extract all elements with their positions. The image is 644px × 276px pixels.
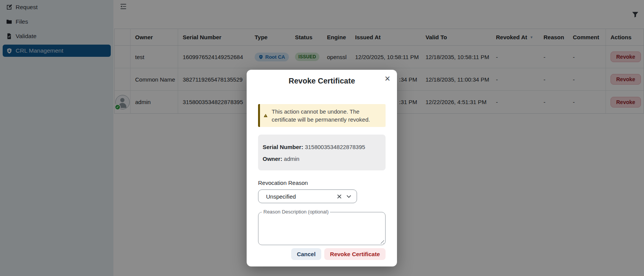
certificate-info-box: Serial Number: 3158003534822878395 Owner…: [258, 135, 386, 170]
revoke-certificate-button[interactable]: Revoke Certificate: [324, 248, 386, 260]
revocation-reason-label: Revocation Reason: [258, 180, 386, 186]
owner-value: admin: [284, 156, 300, 162]
modal-title: Revoke Certificate: [247, 77, 397, 85]
revoke-certificate-modal: ✕ Revoke Certificate This action cannot …: [247, 70, 397, 266]
warning-alert: This action cannot be undone. The certif…: [258, 104, 386, 127]
cancel-button[interactable]: Cancel: [291, 248, 321, 260]
serial-number-label: Serial Number:: [263, 144, 303, 150]
reason-description-field: Reason Description (optional): [258, 212, 386, 245]
reason-description-label: Reason Description (optional): [262, 209, 330, 215]
chevron-down-icon[interactable]: [345, 193, 352, 200]
selected-reason-value: Unspecified: [266, 193, 296, 200]
clear-icon[interactable]: [336, 193, 343, 200]
owner-label: Owner:: [263, 156, 282, 162]
revocation-reason-select[interactable]: Unspecified: [258, 189, 357, 203]
reason-description-textarea[interactable]: [258, 212, 385, 245]
warning-triangle-icon: [263, 112, 268, 119]
modal-actions: Cancel Revoke Certificate: [258, 248, 386, 260]
close-icon[interactable]: ✕: [383, 74, 392, 83]
warning-text: This action cannot be undone. The certif…: [272, 108, 382, 124]
serial-number-value: 3158003534822878395: [305, 144, 365, 150]
